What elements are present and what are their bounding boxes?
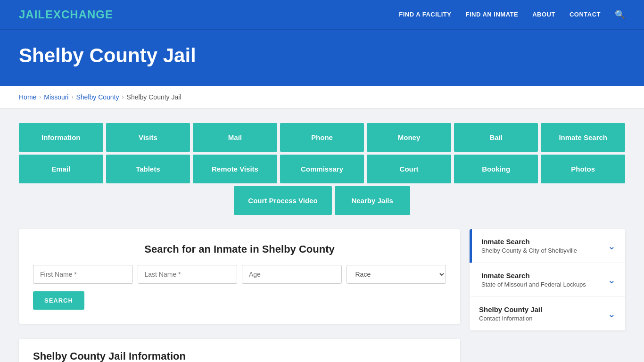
- hero-section: Shelby County Jail: [0, 30, 644, 86]
- search-icon[interactable]: 🔍: [615, 9, 625, 20]
- breadcrumb-home[interactable]: Home: [19, 93, 36, 101]
- nav-find-facility[interactable]: FIND A FACILITY: [399, 11, 451, 18]
- breadcrumb-missouri[interactable]: Missouri: [44, 93, 68, 101]
- sidebar-item-1-subtitle: Shelby County & City of Shelbyville: [481, 247, 577, 254]
- search-fields: Race White Black Hispanic Asian Other: [33, 265, 446, 284]
- btn-inmate-search[interactable]: Inmate Search: [541, 123, 625, 152]
- search-title: Search for an Inmate in Shelby County: [33, 243, 446, 255]
- chevron-down-icon-1: ⌄: [608, 240, 616, 252]
- breadcrumb-chevron-1: ›: [39, 94, 41, 100]
- chevron-down-icon-3: ⌄: [608, 308, 616, 320]
- nav-contact[interactable]: CONTACT: [570, 11, 601, 18]
- btn-bail[interactable]: Bail: [454, 123, 538, 152]
- logo[interactable]: JAILEXCHANGE: [19, 8, 113, 21]
- sidebar-item-2-title: Inmate Search: [481, 272, 586, 280]
- info-section: Shelby County Jail Information: [19, 339, 460, 362]
- search-panel: Search for an Inmate in Shelby County Ra…: [19, 229, 460, 324]
- btn-information[interactable]: Information: [19, 123, 103, 152]
- sidebar-item-3-title: Shelby County Jail: [479, 305, 542, 313]
- race-select[interactable]: Race White Black Hispanic Asian Other: [347, 265, 446, 284]
- info-title: Shelby County Jail Information: [33, 350, 446, 362]
- btn-email[interactable]: Email: [19, 155, 103, 183]
- nav-find-inmate[interactable]: FIND AN INMATE: [465, 11, 518, 18]
- breadcrumb-chevron-3: ›: [122, 94, 124, 100]
- nav-about[interactable]: ABOUT: [532, 11, 555, 18]
- chevron-down-icon-2: ⌄: [608, 274, 616, 286]
- sidebar-item-3-text: Shelby County Jail Contact Information: [479, 305, 542, 322]
- btn-phone[interactable]: Phone: [280, 123, 364, 152]
- btn-court[interactable]: Court: [367, 155, 451, 183]
- sidebar-item-2[interactable]: Inmate Search State of Missouri and Fede…: [470, 263, 625, 297]
- sidebar-item-1-text: Inmate Search Shelby County & City of Sh…: [481, 238, 577, 254]
- sidebar-item-3[interactable]: Shelby County Jail Contact Information ⌄: [470, 297, 625, 330]
- grid-row-3: Court Process Video Nearby Jails: [19, 186, 625, 215]
- sidebar-item-3-subtitle: Contact Information: [479, 315, 542, 322]
- grid-row-1: Information Visits Mail Phone Money Bail…: [19, 123, 625, 152]
- btn-nearby-jails[interactable]: Nearby Jails: [335, 186, 410, 215]
- btn-mail[interactable]: Mail: [193, 123, 277, 152]
- age-input[interactable]: [242, 265, 342, 284]
- sidebar: Inmate Search Shelby County & City of Sh…: [470, 229, 625, 330]
- btn-visits[interactable]: Visits: [106, 123, 190, 152]
- sidebar-item-2-subtitle: State of Missouri and Federal Lockups: [481, 281, 586, 288]
- btn-remote-visits[interactable]: Remote Visits: [193, 155, 277, 183]
- btn-tablets[interactable]: Tablets: [106, 155, 190, 183]
- btn-booking[interactable]: Booking: [454, 155, 538, 183]
- grid-row-2: Email Tablets Remote Visits Commissary C…: [19, 155, 625, 183]
- left-column: Search for an Inmate in Shelby County Ra…: [19, 229, 460, 362]
- main-area: Information Visits Mail Phone Money Bail…: [0, 109, 644, 362]
- breadcrumb: Home › Missouri › Shelby County › Shelby…: [0, 86, 644, 109]
- logo-exchange: EXCHANGE: [45, 8, 113, 21]
- breadcrumb-current: Shelby County Jail: [127, 93, 182, 101]
- btn-commissary[interactable]: Commissary: [280, 155, 364, 183]
- logo-jail: JAIL: [19, 8, 45, 21]
- navbar: JAILEXCHANGE FIND A FACILITY FIND AN INM…: [0, 0, 644, 30]
- sidebar-item-2-text: Inmate Search State of Missouri and Fede…: [481, 272, 586, 288]
- nav-links: FIND A FACILITY FIND AN INMATE ABOUT CON…: [399, 9, 625, 20]
- breadcrumb-shelby-county[interactable]: Shelby County: [76, 93, 119, 101]
- sidebar-item-1-title: Inmate Search: [481, 238, 577, 246]
- sidebar-item-1[interactable]: Inmate Search Shelby County & City of Sh…: [470, 229, 625, 263]
- breadcrumb-chevron-2: ›: [71, 94, 73, 100]
- lower-area: Search for an Inmate in Shelby County Ra…: [19, 229, 625, 362]
- btn-money[interactable]: Money: [367, 123, 451, 152]
- first-name-input[interactable]: [33, 265, 133, 284]
- search-button[interactable]: SEARCH: [33, 291, 84, 310]
- btn-photos[interactable]: Photos: [541, 155, 625, 183]
- page-title: Shelby County Jail: [19, 44, 625, 67]
- btn-court-process-video[interactable]: Court Process Video: [234, 186, 331, 215]
- last-name-input[interactable]: [138, 265, 238, 284]
